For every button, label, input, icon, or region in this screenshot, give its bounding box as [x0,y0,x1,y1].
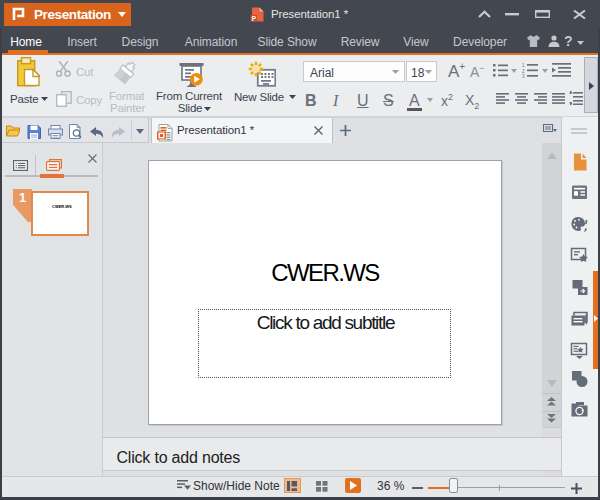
svg-text:1: 1 [522,63,525,68]
svg-text:P: P [252,14,257,21]
svg-text:3: 3 [522,74,525,78]
svg-text:2: 2 [522,69,525,74]
